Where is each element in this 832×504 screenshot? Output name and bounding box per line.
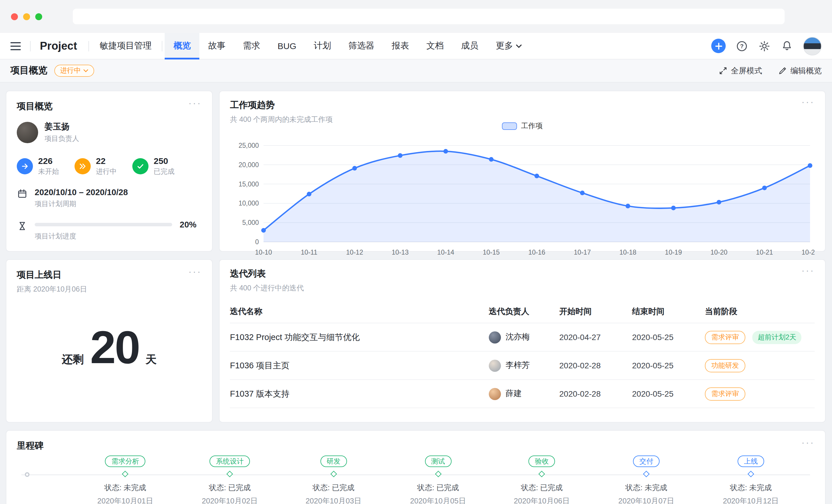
card-subtitle: 距离 2020年10月06日 [17, 285, 87, 295]
owner-avatar [17, 122, 38, 143]
divider [162, 41, 163, 51]
milestone-requirement-analysis: 需求分析 状态: 未完成 2020年10月01日 [97, 455, 153, 504]
milestone-status: 状态: 未完成 [625, 483, 667, 493]
top-navigation: Project 敏捷项目管理 概览 故事 需求 BUG 计划 筛选器 报表 文档… [0, 33, 832, 59]
card-title: 迭代列表 [230, 268, 304, 280]
timeline-start-dot [25, 472, 29, 477]
user-avatar[interactable] [803, 37, 822, 55]
svg-text:10-14: 10-14 [437, 249, 454, 256]
svg-text:10-21: 10-21 [756, 249, 773, 256]
plan-period-label: 项目计划周期 [35, 199, 128, 209]
milestone-system-design: 系统设计 状态: 已完成 2020年10月02日 [202, 455, 258, 504]
minimize-window-icon[interactable] [23, 13, 30, 20]
stage-badge: 需求评审 [705, 387, 745, 400]
progress-percent: 20% [180, 220, 197, 229]
avatar [489, 388, 501, 400]
milestone-badge: 系统设计 [209, 455, 250, 467]
chart-legend[interactable]: 工作项 [502, 121, 543, 131]
svg-text:10-19: 10-19 [665, 249, 682, 256]
owner-role: 项目负责人 [45, 134, 79, 144]
svg-text:20,000: 20,000 [239, 161, 259, 169]
help-icon[interactable]: ? [735, 39, 748, 52]
end-date: 2020-05-25 [632, 333, 705, 342]
address-bar[interactable] [73, 9, 785, 24]
more-options-icon[interactable] [801, 268, 815, 274]
fullscreen-label: 全屏模式 [731, 65, 762, 76]
milestone-status: 状态: 已完成 [313, 483, 354, 493]
svg-text:10-12: 10-12 [346, 249, 363, 256]
table-row[interactable]: F1032 Project 功能交互与细节优化 沈亦梅 2020-04-27 2… [230, 323, 815, 352]
fullscreen-button[interactable]: 全屏模式 [719, 65, 762, 76]
milestone-status: 状态: 未完成 [104, 483, 146, 493]
iteration-name[interactable]: F1036 项目主页 [230, 360, 489, 371]
notification-bell-icon[interactable] [781, 39, 793, 52]
tab-label: 需求 [243, 40, 260, 51]
milestone-development: 研发 状态: 已完成 2020年10月03日 [306, 455, 362, 504]
more-options-icon[interactable] [801, 99, 815, 105]
settings-gear-icon[interactable] [758, 39, 771, 52]
milestones-card: 里程碑 需求分析 状态: 未完成 2020年10月01日 系统设计 状态: 已完… [6, 430, 826, 504]
table-row[interactable]: F1037 版本支持 薛建 2020-02-28 2020-05-25 需求评审 [230, 380, 815, 408]
column-header: 迭代负责人 [489, 306, 559, 317]
milestone-date: 2020年10月03日 [306, 496, 362, 504]
tab-document[interactable]: 文档 [418, 33, 452, 59]
svg-text:15,000: 15,000 [239, 180, 259, 188]
close-window-icon[interactable] [11, 13, 18, 20]
milestone-diamond-icon [539, 471, 545, 477]
workspace-name[interactable]: 敏捷项目管理 [89, 40, 162, 51]
nav-tabs: 概览 故事 需求 BUG 计划 筛选器 报表 文档 成员 更多 [165, 33, 530, 59]
tab-bug[interactable]: BUG [269, 33, 305, 59]
card-title: 里程碑 [17, 440, 44, 452]
card-title: 项目上线日 [17, 269, 87, 281]
tab-overview[interactable]: 概览 [165, 33, 200, 59]
edit-overview-button[interactable]: 编辑概览 [778, 65, 822, 76]
progress-bar [35, 223, 172, 226]
check-icon [132, 158, 149, 174]
table-row[interactable]: F1036 项目主页 李梓芳 2020-02-28 2020-05-25 功能研… [230, 352, 815, 380]
menu-icon[interactable] [0, 42, 30, 50]
iteration-name[interactable]: F1032 Project 功能交互与细节优化 [230, 332, 489, 343]
tab-plan[interactable]: 计划 [305, 33, 340, 59]
tab-member[interactable]: 成员 [452, 33, 487, 59]
milestone-badge: 验收 [528, 455, 555, 467]
svg-text:10-10: 10-10 [255, 249, 272, 256]
more-options-icon[interactable] [801, 440, 815, 446]
window-titlebar [0, 0, 832, 33]
start-date: 2020-02-28 [559, 361, 632, 370]
brand-logo[interactable]: Project [31, 39, 89, 52]
countdown-prefix: 还剩 [62, 352, 84, 367]
iteration-name[interactable]: F1037 版本支持 [230, 388, 489, 399]
legend-swatch [502, 122, 517, 130]
tab-filter[interactable]: 筛选器 [340, 33, 383, 59]
work-item-trend-card: 工作项趋势 共 400 个两周内的未完成工作项 工作项 05,00010,000… [219, 91, 826, 252]
milestone-status: 状态: 已完成 [209, 483, 251, 493]
countdown-suffix: 天 [146, 352, 157, 367]
calendar-icon [17, 188, 28, 201]
stat-value: 226 [38, 156, 59, 166]
column-header: 当前阶段 [705, 306, 815, 317]
project-owner: 姜玉扬 项目负责人 [17, 121, 202, 144]
plan-progress-label: 项目计划进度 [35, 231, 197, 241]
milestone-testing: 测试 状态: 已完成 2020年10月05日 [410, 455, 466, 504]
tab-more[interactable]: 更多 [487, 33, 530, 59]
svg-text:10,000: 10,000 [239, 199, 259, 207]
status-stats: 226 未开始 22 进行中 [17, 156, 202, 177]
page-title: 项目概览 [10, 65, 47, 77]
tab-report[interactable]: 报表 [383, 33, 418, 59]
svg-text:25,000: 25,000 [239, 142, 259, 149]
stage-badge: 功能研发 [705, 359, 745, 372]
svg-text:10-11: 10-11 [301, 249, 317, 256]
status-badge[interactable]: 进行中 [54, 65, 94, 77]
create-button[interactable] [711, 39, 726, 53]
milestone-diamond-icon [227, 471, 233, 477]
zoom-window-icon[interactable] [35, 13, 42, 20]
milestone-date: 2020年10月05日 [410, 496, 466, 504]
ahead-of-schedule-badge: 超前计划2天 [753, 331, 801, 344]
chevron-down-icon [516, 44, 522, 48]
svg-text:0: 0 [255, 238, 259, 246]
milestone-diamond-icon [330, 471, 337, 477]
more-options-icon[interactable] [188, 269, 202, 275]
more-options-icon[interactable] [188, 101, 202, 106]
tab-story[interactable]: 故事 [200, 33, 234, 59]
tab-requirement[interactable]: 需求 [234, 33, 269, 59]
